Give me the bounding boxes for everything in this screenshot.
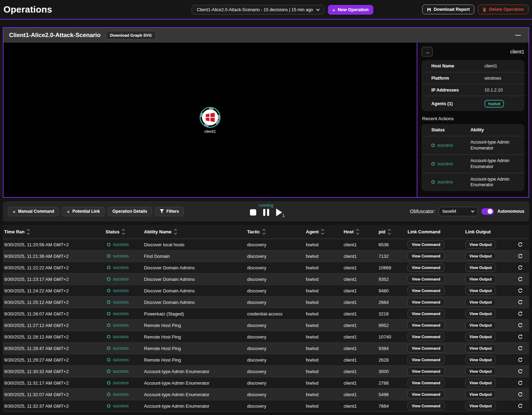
sort-arrows-icon[interactable] <box>263 230 265 234</box>
obfuscator-label: Obfuscator: <box>410 209 435 214</box>
download-report-button[interactable]: Download Report <box>422 5 474 14</box>
column-header-time-ran[interactable]: Time Ran <box>3 229 104 234</box>
view-command-button[interactable]: View Command <box>408 298 445 306</box>
refresh-link-button[interactable] <box>511 392 529 397</box>
table-row: 9/30/2025, 11:29:27 AM GMT+2 success Rem… <box>3 354 529 366</box>
autonomous-toggle[interactable] <box>481 208 494 215</box>
view-output-button[interactable]: View Output <box>465 321 496 329</box>
cell-host: client1 <box>342 369 377 374</box>
column-header-ability-name[interactable]: Ability Name <box>143 229 246 234</box>
new-operation-button[interactable]: + New Operation <box>328 5 373 15</box>
refresh-icon <box>518 334 523 340</box>
pause-button[interactable] <box>263 209 269 216</box>
refresh-link-button[interactable] <box>511 300 529 305</box>
column-header-host[interactable]: Host <box>342 229 377 234</box>
table-row: 9/30/2025, 11:28:12 AM GMT+2 success Rem… <box>3 331 529 343</box>
view-output-button[interactable]: View Output <box>465 402 496 410</box>
view-output-button[interactable]: View Output <box>465 298 496 306</box>
sort-arrows-icon[interactable] <box>357 230 359 234</box>
view-output-button[interactable]: View Output <box>465 275 496 283</box>
view-command-button[interactable]: View Command <box>408 310 445 318</box>
column-header-tactic[interactable]: Tactic <box>246 229 304 234</box>
view-command-button[interactable]: View Command <box>408 252 445 260</box>
success-ring-icon <box>107 381 110 385</box>
table-row: 9/30/2025, 11:23:17 AM GMT+2 success Dis… <box>3 274 529 285</box>
refresh-link-button[interactable] <box>511 334 529 340</box>
view-command-button[interactable]: View Command <box>408 367 445 376</box>
play-button[interactable]: 1 <box>276 209 282 216</box>
view-command-button[interactable]: View Command <box>408 333 445 341</box>
view-output-button[interactable]: View Output <box>465 252 496 260</box>
windows-host-node-icon <box>199 106 221 129</box>
autonomous-label: Autonomous <box>497 209 524 214</box>
refresh-link-button[interactable] <box>511 311 529 316</box>
refresh-link-button[interactable] <box>511 403 529 409</box>
column-header-agent[interactable]: Agent <box>304 229 342 234</box>
cell-ability-name: Remote Host Ping <box>143 357 246 363</box>
refresh-link-button[interactable] <box>511 346 529 351</box>
view-output-button[interactable]: View Output <box>465 367 496 376</box>
sort-arrows-icon[interactable] <box>122 230 124 234</box>
column-header-link-command: Link Command <box>406 229 464 234</box>
graph-node-client1[interactable]: client1 <box>199 106 221 133</box>
view-command-button[interactable]: View Command <box>408 321 445 329</box>
sort-arrows-icon[interactable] <box>322 230 324 234</box>
operation-details-button[interactable]: Operation Details <box>108 207 152 216</box>
delete-operation-button[interactable]: Delete Operation <box>478 5 529 14</box>
view-command-button[interactable]: View Command <box>408 263 445 272</box>
view-command-button[interactable]: View Command <box>408 390 445 399</box>
refresh-link-button[interactable] <box>511 288 529 293</box>
refresh-link-button[interactable] <box>511 242 529 247</box>
success-ring-icon <box>107 393 110 396</box>
view-output-button[interactable]: View Output <box>465 390 496 399</box>
potential-link-button[interactable]: + Potential Link <box>62 207 105 216</box>
refresh-link-button[interactable] <box>511 357 529 363</box>
sort-arrows-icon[interactable] <box>27 230 29 234</box>
sort-arrows-icon[interactable] <box>174 230 177 234</box>
refresh-link-button[interactable] <box>511 369 529 374</box>
toggle-knob <box>488 209 493 214</box>
refresh-link-button[interactable] <box>511 254 529 259</box>
graph-canvas[interactable]: client1 <box>3 43 417 197</box>
view-command-button[interactable]: View Command <box>408 286 445 295</box>
view-command-button[interactable]: View Command <box>408 240 445 249</box>
arrow-right-icon: → <box>425 49 430 55</box>
agent-badge[interactable]: fxwlvd <box>484 100 504 108</box>
refresh-link-button[interactable] <box>511 323 529 328</box>
obfuscator-select-value: base64 <box>443 209 456 214</box>
manual-command-button[interactable]: + Manual Command <box>8 207 59 216</box>
refresh-link-button[interactable] <box>511 277 529 282</box>
collapse-panel-button[interactable]: — <box>513 32 523 38</box>
view-output-button[interactable]: View Output <box>465 286 496 295</box>
recent-action-row: success Account-type Admin Enumerator <box>422 154 524 173</box>
view-command-button[interactable]: View Command <box>408 356 445 364</box>
refresh-link-button[interactable] <box>511 380 529 386</box>
refresh-link-button[interactable] <box>511 265 529 270</box>
cell-status: success <box>104 392 143 397</box>
view-output-button[interactable]: View Output <box>465 263 496 272</box>
view-command-button[interactable]: View Command <box>408 344 445 352</box>
sort-arrows-icon[interactable] <box>388 230 390 234</box>
column-header-pid[interactable]: pid <box>377 229 406 234</box>
stop-button[interactable] <box>250 209 256 216</box>
view-command-button[interactable]: View Command <box>408 402 445 410</box>
view-output-button[interactable]: View Output <box>465 333 496 341</box>
view-output-button[interactable]: View Output <box>465 310 496 318</box>
obfuscator-select[interactable]: base64 <box>439 207 478 216</box>
view-output-button[interactable]: View Output <box>465 379 496 387</box>
filters-button[interactable]: Filters <box>155 207 184 216</box>
view-output-button[interactable]: View Output <box>465 356 496 364</box>
download-graph-svg-button[interactable]: Download Graph SVG <box>106 31 156 40</box>
operation-select[interactable]: Client1-Alice2.0-Attack-Scenario - 15 de… <box>192 5 324 15</box>
cell-host: client1 <box>342 265 377 270</box>
column-header-status[interactable]: Status <box>104 229 143 234</box>
view-command-button[interactable]: View Command <box>408 275 445 283</box>
sidebar-collapse-button[interactable]: → <box>422 47 433 57</box>
view-command-button[interactable]: View Command <box>408 379 445 387</box>
cell-status: success <box>104 300 143 305</box>
view-output-button[interactable]: View Output <box>465 344 496 352</box>
cell-tactic: discovery <box>246 403 304 409</box>
cell-host: client1 <box>342 380 377 386</box>
view-output-button[interactable]: View Output <box>465 240 496 249</box>
cell-ability-name: Account-type Admin Enumerator <box>143 380 246 386</box>
